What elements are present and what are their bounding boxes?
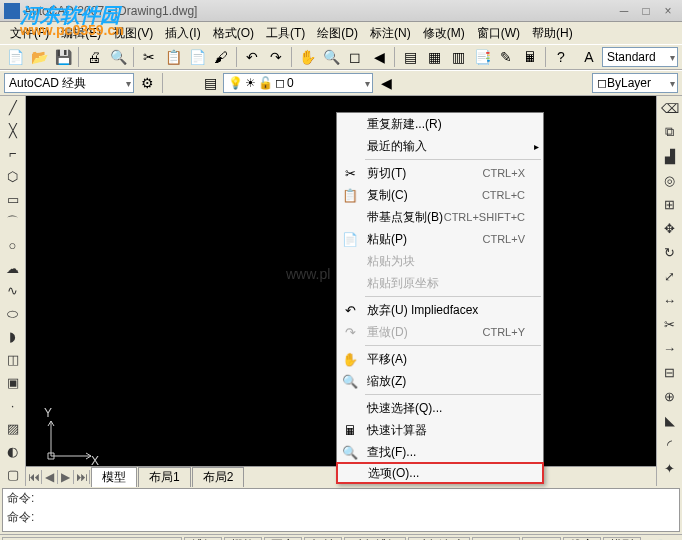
array-icon[interactable]: ⊞ <box>659 193 681 215</box>
bylayer-dropdown[interactable]: ◻ByLayer <box>592 73 678 93</box>
ctx-repeat-new[interactable]: 重复新建...(R) <box>337 113 543 135</box>
workspace-dropdown[interactable]: AutoCAD 经典 <box>4 73 134 93</box>
copy-obj-icon[interactable]: ⧉ <box>659 121 681 143</box>
ctx-pan[interactable]: ✋平移(A) <box>337 348 543 370</box>
menu-draw[interactable]: 绘图(D) <box>311 23 364 44</box>
arc-icon[interactable]: ⌒ <box>2 212 24 233</box>
point-icon[interactable]: · <box>2 395 24 416</box>
new-icon[interactable]: 📄 <box>4 46 26 68</box>
menu-modify[interactable]: 修改(M) <box>417 23 471 44</box>
menu-insert[interactable]: 插入(I) <box>159 23 206 44</box>
sheetset-icon[interactable]: 📑 <box>471 46 493 68</box>
redo-icon[interactable]: ↷ <box>265 46 287 68</box>
markup-icon[interactable]: ✎ <box>495 46 517 68</box>
tab-last-icon[interactable]: ⏭ <box>74 470 90 484</box>
dyn-button[interactable]: DYN <box>522 537 561 541</box>
layer-prev-icon[interactable]: ◀ <box>375 72 397 94</box>
otrack-button[interactable]: 对象追踪 <box>408 537 470 541</box>
print-icon[interactable]: 🖨 <box>83 46 105 68</box>
ctx-options[interactable]: 选项(O)... <box>336 462 544 484</box>
ctx-find[interactable]: 🔍查找(F)... <box>337 441 543 463</box>
zoom-window-icon[interactable]: ◻ <box>344 46 366 68</box>
ctx-recent-input[interactable]: 最近的输入▸ <box>337 135 543 157</box>
trim-icon[interactable]: ✂ <box>659 313 681 335</box>
layer-manager-icon[interactable]: ▤ <box>199 72 221 94</box>
ctx-cut[interactable]: ✂剪切(T)CTRL+X <box>337 162 543 184</box>
ctx-quickcalc[interactable]: 🖩快速计算器 <box>337 419 543 441</box>
undo-icon[interactable]: ↶ <box>241 46 263 68</box>
menu-edit[interactable]: 编辑(E) <box>55 23 107 44</box>
close-button[interactable]: × <box>658 3 678 19</box>
designcenter-icon[interactable]: ▦ <box>423 46 445 68</box>
preview-icon[interactable]: 🔍 <box>107 46 129 68</box>
zoom-icon[interactable]: 🔍 <box>320 46 342 68</box>
fillet-icon[interactable]: ◜ <box>659 433 681 455</box>
ducs-button[interactable]: DUCS <box>472 537 520 541</box>
polygon-icon[interactable]: ⬡ <box>2 166 24 187</box>
spline-icon[interactable]: ∿ <box>2 281 24 302</box>
tab-first-icon[interactable]: ⏮ <box>26 470 42 484</box>
stretch-icon[interactable]: ↔ <box>659 289 681 311</box>
extend-icon[interactable]: → <box>659 337 681 359</box>
tab-layout2[interactable]: 布局2 <box>192 467 245 487</box>
menu-dim[interactable]: 标注(N) <box>364 23 417 44</box>
save-icon[interactable]: 💾 <box>52 46 74 68</box>
pline-icon[interactable]: ⌐ <box>2 143 24 164</box>
paste-icon[interactable]: 📄 <box>186 46 208 68</box>
ellipse-arc-icon[interactable]: ◗ <box>2 326 24 347</box>
textstyle-icon[interactable]: A <box>578 46 600 68</box>
open-icon[interactable]: 📂 <box>28 46 50 68</box>
copy-icon[interactable]: 📋 <box>162 46 184 68</box>
mirror-icon[interactable]: ▟ <box>659 145 681 167</box>
command-area[interactable]: 命令: 命令: <box>2 488 680 532</box>
toolpalette-icon[interactable]: ▥ <box>447 46 469 68</box>
hatch-icon[interactable]: ▨ <box>2 418 24 439</box>
ctx-qselect[interactable]: 快速选择(Q)... <box>337 397 543 419</box>
layer-dropdown[interactable]: 💡 ☀ 🔓 ◻ 0 <box>223 73 373 93</box>
match-icon[interactable]: 🖌 <box>210 46 232 68</box>
xline-icon[interactable]: ╳ <box>2 120 24 141</box>
ctx-paste[interactable]: 📄粘贴(P)CTRL+V <box>337 228 543 250</box>
ctx-copy-base[interactable]: 带基点复制(B)CTRL+SHIFT+C <box>337 206 543 228</box>
region-icon[interactable]: ▢ <box>2 464 24 485</box>
tab-model[interactable]: 模型 <box>91 467 137 487</box>
circle-icon[interactable]: ○ <box>2 235 24 256</box>
scale-icon[interactable]: ⤢ <box>659 265 681 287</box>
help-icon[interactable]: ? <box>550 46 572 68</box>
ellipse-icon[interactable]: ⬭ <box>2 303 24 324</box>
osnap-button[interactable]: 对象捕捉 <box>344 537 406 541</box>
erase-icon[interactable]: ⌫ <box>659 97 681 119</box>
tab-next-icon[interactable]: ▶ <box>58 470 74 484</box>
menu-window[interactable]: 窗口(W) <box>471 23 526 44</box>
rectangle-icon[interactable]: ▭ <box>2 189 24 210</box>
workspace-settings-icon[interactable]: ⚙ <box>136 72 158 94</box>
join-icon[interactable]: ⊕ <box>659 385 681 407</box>
explode-icon[interactable]: ✦ <box>659 457 681 479</box>
maximize-button[interactable]: □ <box>636 3 656 19</box>
minimize-button[interactable]: ─ <box>614 3 634 19</box>
model-button[interactable]: 模型 <box>603 537 641 541</box>
polar-button[interactable]: 极轴 <box>304 537 342 541</box>
menu-format[interactable]: 格式(O) <box>207 23 260 44</box>
block-icon[interactable]: ◫ <box>2 349 24 370</box>
ortho-button[interactable]: 正交 <box>264 537 302 541</box>
tab-layout1[interactable]: 布局1 <box>138 467 191 487</box>
calc-icon[interactable]: 🖩 <box>519 46 541 68</box>
cut-icon[interactable]: ✂ <box>138 46 160 68</box>
menu-file[interactable]: 文件(F) <box>4 23 55 44</box>
offset-icon[interactable]: ◎ <box>659 169 681 191</box>
grid-button[interactable]: 栅格 <box>224 537 262 541</box>
makeblock-icon[interactable]: ▣ <box>2 372 24 393</box>
zoom-prev-icon[interactable]: ◀ <box>368 46 390 68</box>
ctx-copy[interactable]: 📋复制(C)CTRL+C <box>337 184 543 206</box>
break-icon[interactable]: ⊟ <box>659 361 681 383</box>
gradient-icon[interactable]: ◐ <box>2 441 24 462</box>
menu-view[interactable]: 视图(V) <box>107 23 159 44</box>
ctx-undo[interactable]: ↶放弃(U) Impliedfacex <box>337 299 543 321</box>
chamfer-icon[interactable]: ◣ <box>659 409 681 431</box>
move-icon[interactable]: ✥ <box>659 217 681 239</box>
ctx-zoom[interactable]: 🔍缩放(Z) <box>337 370 543 392</box>
lwt-button[interactable]: 线宽 <box>563 537 601 541</box>
coordinates[interactable]: 1222.2349, 1157.9057, 0.0000 <box>2 537 182 541</box>
snap-button[interactable]: 捕捉 <box>184 537 222 541</box>
